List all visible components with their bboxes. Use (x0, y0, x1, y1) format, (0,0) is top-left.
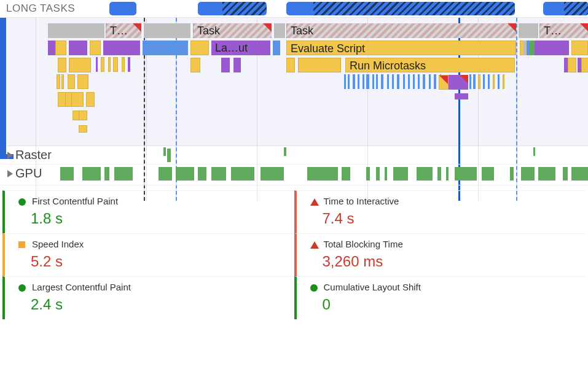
raster-track[interactable]: Raster (0, 146, 588, 165)
metric-name: Time to Interactive (324, 196, 582, 206)
metric-name: Speed Index (32, 239, 291, 249)
gpu-event[interactable] (261, 167, 284, 181)
long-task-segment-hatch[interactable] (313, 2, 515, 15)
long-task-segment-hatch[interactable] (564, 2, 588, 15)
metric-card[interactable]: Speed Index5.2 s (2, 233, 294, 276)
frame-block[interactable] (286, 58, 295, 72)
frame-block[interactable] (79, 125, 87, 133)
raster-event[interactable] (284, 147, 286, 156)
task-block[interactable] (274, 23, 285, 38)
status-circle-icon (18, 198, 26, 206)
gpu-event[interactable] (455, 167, 477, 181)
frame-block[interactable] (69, 41, 87, 55)
gpu-event[interactable] (82, 167, 101, 181)
gpu-event[interactable] (446, 167, 449, 181)
raster-event[interactable] (163, 147, 166, 156)
frame-block[interactable] (190, 41, 209, 55)
collapse-arrow-icon[interactable] (7, 170, 13, 177)
long-task-warning-icon (508, 23, 516, 32)
gpu-event[interactable] (510, 167, 514, 181)
task-block[interactable] (48, 23, 104, 38)
gpu-event[interactable] (437, 167, 441, 181)
frame-block[interactable] (581, 58, 588, 72)
task-block[interactable]: T… (106, 23, 141, 38)
gpu-track[interactable]: GPU (0, 165, 588, 185)
frame-block[interactable] (58, 58, 66, 72)
task-label: T… (544, 25, 562, 37)
gpu-event[interactable] (571, 167, 588, 181)
frame-block[interactable] (55, 41, 66, 55)
frame-block[interactable] (86, 92, 95, 107)
task-block[interactable]: T… (539, 23, 588, 38)
gpu-event[interactable] (366, 167, 370, 181)
metric-card[interactable]: Largest Contentful Paint2.4 s (2, 276, 294, 319)
task-block[interactable] (519, 23, 538, 38)
frame-block[interactable] (79, 111, 87, 120)
gpu-event[interactable] (376, 167, 380, 181)
long-task-warning-icon (439, 76, 448, 84)
frame-block[interactable] (449, 75, 468, 90)
long-tasks-label: LONG TASKS (6, 2, 75, 15)
gpu-event[interactable] (393, 167, 408, 181)
gpu-event[interactable] (521, 167, 535, 181)
frame-block[interactable] (69, 58, 91, 72)
metric-name: Cumulative Layout Shift (324, 282, 582, 292)
run-microtasks-block[interactable]: Run Microtasks (345, 58, 515, 72)
frame-block[interactable] (298, 58, 341, 72)
metric-card[interactable]: Time to Interactive7.4 s (294, 190, 586, 233)
gpu-event[interactable] (159, 167, 172, 181)
long-task-segment[interactable] (543, 2, 564, 15)
task-block[interactable] (144, 23, 190, 38)
task-label: Task (197, 25, 220, 37)
collapse-arrow-icon[interactable] (7, 152, 13, 159)
gpu-event[interactable] (385, 167, 387, 181)
frame-block[interactable] (568, 58, 576, 72)
metric-card[interactable]: Total Blocking Time3,260 ms (294, 233, 586, 276)
task-block[interactable]: Task (286, 23, 516, 38)
metric-value: 5.2 s (31, 253, 291, 270)
long-task-warning-icon (580, 23, 588, 32)
frame-block[interactable] (439, 75, 449, 90)
gpu-event[interactable] (176, 167, 194, 181)
gpu-event[interactable] (482, 167, 494, 181)
frame-block[interactable] (233, 58, 241, 72)
frame-block[interactable] (273, 41, 280, 55)
frame-block[interactable] (535, 41, 569, 55)
raster-event[interactable] (533, 147, 535, 156)
gpu-event[interactable] (563, 167, 568, 181)
gpu-event[interactable] (342, 167, 350, 181)
frame-block[interactable] (455, 93, 468, 99)
frame-block[interactable] (571, 41, 588, 55)
metric-card[interactable]: First Contentful Paint1.8 s (2, 190, 294, 233)
long-task-segment[interactable] (109, 2, 136, 15)
metric-card[interactable]: Cumulative Layout Shift0 (294, 276, 586, 319)
long-task-segment[interactable] (198, 2, 222, 15)
gpu-event[interactable] (60, 167, 74, 181)
gpu-event[interactable] (104, 167, 109, 181)
frame-block[interactable] (143, 41, 188, 55)
status-circle-icon (310, 284, 318, 292)
main-flamechart[interactable]: T… Task Task T… La…ut Evalu (0, 17, 588, 146)
task-block[interactable]: Task (193, 23, 272, 38)
frame-block[interactable] (190, 58, 200, 72)
gpu-event[interactable] (211, 167, 226, 181)
metric-value: 3,260 ms (323, 253, 582, 270)
frame-stripes[interactable] (344, 74, 455, 89)
long-task-segment[interactable] (286, 2, 313, 15)
frame-block[interactable]: La…ut (211, 41, 270, 55)
frame-block[interactable] (48, 41, 55, 55)
frame-block[interactable] (90, 41, 101, 55)
frame-block[interactable] (221, 58, 230, 72)
frame-block[interactable] (71, 92, 84, 107)
frame-label: Run Microtasks (350, 60, 426, 72)
gpu-event[interactable] (114, 167, 133, 181)
gpu-event[interactable] (538, 167, 555, 181)
gpu-event[interactable] (307, 167, 338, 181)
raster-event[interactable] (167, 149, 171, 162)
gpu-event[interactable] (231, 167, 254, 181)
frame-block[interactable] (103, 41, 140, 55)
gpu-event[interactable] (198, 167, 206, 181)
long-task-segment-hatch[interactable] (222, 2, 267, 15)
evaluate-script-block[interactable]: Evaluate Script (286, 41, 516, 55)
gpu-event[interactable] (417, 167, 433, 181)
